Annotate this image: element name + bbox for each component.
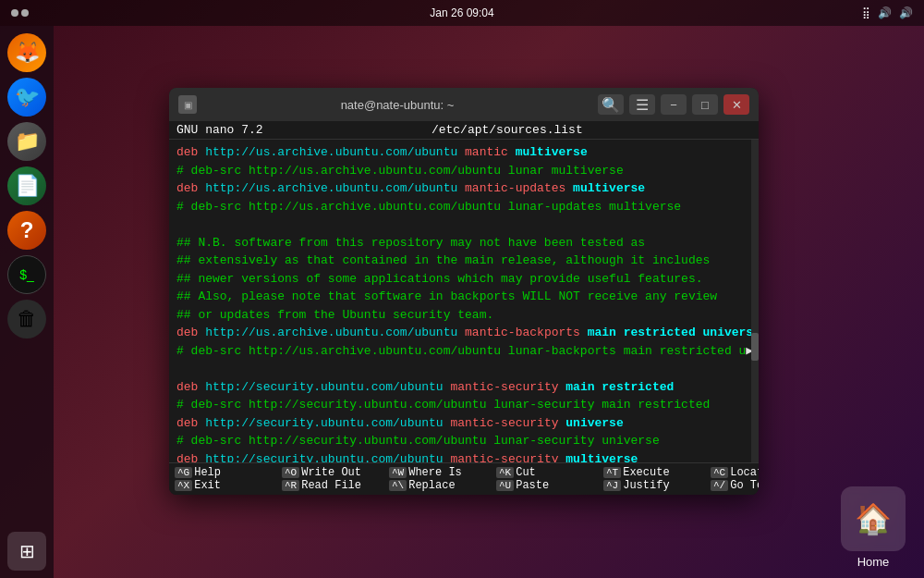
network-icon[interactable]: ⣿ [862, 6, 870, 19]
sidebar-item-trash[interactable]: 🗑 [7, 300, 46, 338]
execute-label: Execute [623, 466, 669, 479]
line-4: # deb-src http://us.archive.ubuntu.com/u… [176, 198, 751, 216]
top-bar-datetime: Jan 26 09:04 [430, 6, 493, 19]
shortcut-gotoline[interactable]: ^/ Go To Line [711, 479, 759, 492]
line-15: # deb-src http://security.ubuntu.com/ubu… [176, 396, 751, 414]
terminal-titlebar-icon: ▣ [178, 95, 197, 114]
nano-filepath: /etc/apt/sources.list [432, 123, 583, 137]
nano-version: GNU nano 7.2 [176, 123, 263, 137]
shortcut-paste[interactable]: ^U Paste [496, 479, 598, 492]
maximize-button[interactable]: □ [692, 94, 718, 115]
nano-header: GNU nano 7.2 /etc/apt/sources.list [169, 121, 759, 140]
nano-shortcuts-row2: ^X Exit ^R Read File ^\ Replace ^U Paste… [175, 479, 753, 492]
execute-key: ^T [603, 467, 621, 478]
readfile-label: Read File [301, 479, 361, 492]
gotoline-key: ^/ [711, 480, 728, 491]
shortcut-justify[interactable]: ^J Justify [603, 479, 705, 492]
line-5 [176, 215, 751, 234]
terminal-titlebar: ▣ nate@nate-ubuntu: ~ 🔍 ☰ − □ ✕ [169, 88, 759, 121]
replace-label: Replace [408, 479, 455, 492]
line-16: deb http://security.ubuntu.com/ubuntu ma… [176, 414, 751, 433]
home-label: Home [857, 555, 890, 569]
line-3: deb http://us.archive.ubuntu.com/ubuntu … [176, 179, 751, 198]
replace-key: ^\ [389, 480, 407, 491]
shortcut-exit[interactable]: ^X Exit [175, 479, 276, 492]
cut-label: Cut [516, 466, 536, 479]
gotoline-label: Go To Line [730, 479, 759, 492]
shortcut-whereis[interactable]: ^W Where Is [389, 466, 491, 479]
line-17: # deb-src http://security.ubuntu.com/ubu… [176, 432, 751, 450]
show-apps-button[interactable]: ⊞ [7, 532, 46, 571]
whereis-label: Where Is [408, 466, 462, 479]
home-emoji: 🏠 [855, 501, 892, 536]
top-bar-right: ⣿ 🔊 🔊 [862, 6, 913, 19]
help-key: ^G [175, 467, 192, 478]
top-bar: Jan 26 09:04 ⣿ 🔊 🔊 [0, 0, 924, 26]
terminal-title: nate@nate-ubuntu: ~ [204, 98, 590, 112]
close-button[interactable]: ✕ [723, 94, 749, 115]
line-7: ## extensively as that contained in the … [176, 252, 751, 270]
terminal-controls: 🔍 ☰ − □ ✕ [598, 94, 749, 115]
cut-key: ^K [496, 467, 514, 478]
scrollbar[interactable] [751, 140, 759, 462]
home-icon[interactable]: 🏠 [841, 486, 906, 551]
readfile-key: ^R [282, 480, 299, 491]
line-13 [176, 360, 751, 378]
shortcut-location[interactable]: ^C Location [711, 466, 759, 479]
sidebar-item-files[interactable]: 📁 [7, 122, 46, 161]
dot2 [21, 9, 29, 17]
justify-label: Justify [623, 479, 669, 492]
line-10: ## or updates from the Ubuntu security t… [176, 306, 751, 325]
shortcut-execute[interactable]: ^T Execute [603, 466, 705, 479]
terminal-content[interactable]: deb http://us.archive.ubuntu.com/ubuntu … [169, 140, 759, 462]
paste-key: ^U [496, 480, 514, 491]
line-14: deb http://security.ubuntu.com/ubuntu ma… [176, 378, 751, 397]
line-1: deb http://us.archive.ubuntu.com/ubuntu … [176, 143, 751, 162]
minimize-button[interactable]: − [661, 94, 687, 115]
nano-shortcuts-row1: ^G Help ^O Write Out ^W Where Is ^K Cut … [175, 466, 753, 479]
exit-key: ^X [175, 480, 192, 491]
sidebar: 🦊 🐦 📁 📄 ? $_ 🗑 ⊞ [0, 26, 54, 578]
sidebar-item-libreoffice[interactable]: 📄 [7, 166, 46, 205]
sound-icon[interactable]: 🔊 [899, 6, 913, 19]
home-area: 🏠 Home [841, 486, 906, 569]
menu-button[interactable]: ☰ [629, 94, 655, 115]
status-dots [11, 9, 29, 17]
nano-footer: ^G Help ^O Write Out ^W Where Is ^K Cut … [169, 462, 759, 495]
writeout-label: Write Out [301, 466, 361, 479]
line-12: # deb-src http://us.archive.ubuntu.com/u… [176, 342, 751, 361]
location-key: ^C [711, 467, 728, 478]
sidebar-item-terminal[interactable]: $_ [7, 255, 46, 294]
sidebar-item-thunderbird[interactable]: 🐦 [7, 78, 46, 117]
terminal-window: ▣ nate@nate-ubuntu: ~ 🔍 ☰ − □ ✕ GNU nano… [169, 88, 759, 495]
line-9: ## Also, please note that software in ba… [176, 288, 751, 306]
shortcut-replace[interactable]: ^\ Replace [389, 479, 491, 492]
sidebar-item-firefox[interactable]: 🦊 [7, 33, 46, 72]
help-label: Help [194, 466, 221, 479]
search-button[interactable]: 🔍 [598, 94, 624, 115]
line-2: # deb-src http://us.archive.ubuntu.com/u… [176, 162, 751, 180]
justify-key: ^J [603, 480, 621, 491]
shortcut-cut[interactable]: ^K Cut [496, 466, 598, 479]
line-8: ## newer versions of some applications w… [176, 270, 751, 289]
paste-label: Paste [516, 479, 549, 492]
sidebar-item-help[interactable]: ? [7, 211, 46, 250]
writeout-key: ^O [282, 467, 299, 478]
line-6: ## N.B. software from this repository ma… [176, 234, 751, 252]
volume-icon[interactable]: 🔊 [878, 6, 892, 19]
top-bar-left [11, 9, 29, 17]
shortcut-help[interactable]: ^G Help [175, 466, 276, 479]
whereis-key: ^W [389, 467, 407, 478]
scroll-thumb[interactable] [751, 333, 759, 361]
exit-label: Exit [194, 479, 221, 492]
line-18: deb http://security.ubuntu.com/ubuntu ma… [176, 450, 751, 463]
location-label: Location [730, 466, 759, 479]
dot1 [11, 9, 18, 17]
shortcut-readfile[interactable]: ^R Read File [282, 479, 383, 492]
line-11: deb http://us.archive.ubuntu.com/ubuntu … [176, 324, 751, 342]
shortcut-writeout[interactable]: ^O Write Out [282, 466, 383, 479]
